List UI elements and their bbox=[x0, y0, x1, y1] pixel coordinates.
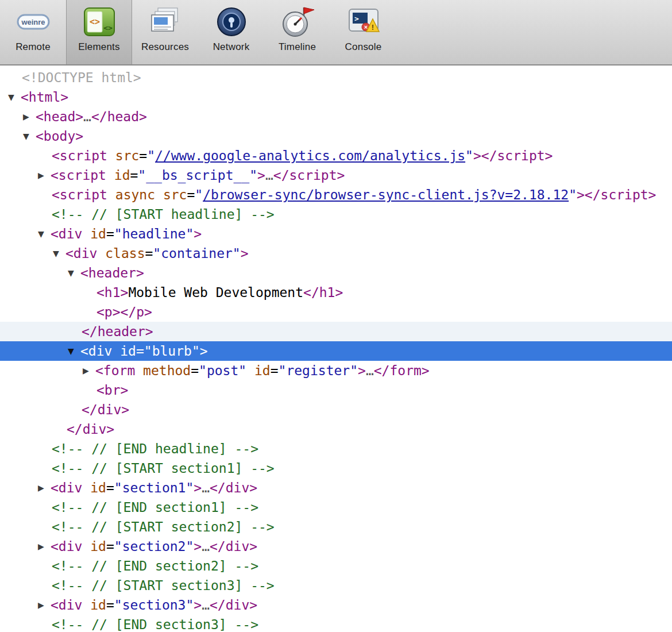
tree-row[interactable]: <script async src="/browser-sync/browser… bbox=[0, 185, 672, 205]
expand-triangle-icon[interactable]: ▶ bbox=[23, 107, 36, 126]
syntax-tag: <div bbox=[51, 598, 90, 612]
syntax-val: "__bs_script__" bbox=[138, 168, 257, 183]
tree-row[interactable]: </div> bbox=[0, 400, 672, 419]
syntax-text: = bbox=[271, 363, 279, 378]
syntax-text: = bbox=[106, 539, 114, 554]
collapse-triangle-icon[interactable]: ▼ bbox=[68, 341, 80, 361]
syntax-tag: </div> bbox=[210, 539, 257, 554]
syntax-val: "blurb" bbox=[144, 344, 200, 359]
tree-row[interactable]: ▶<div id="section1">…</div> bbox=[0, 478, 672, 498]
syntax-tag: <script bbox=[51, 168, 114, 183]
syntax-dim: … bbox=[202, 539, 210, 554]
tree-row[interactable]: <!-- // [END section1] --> bbox=[0, 498, 672, 517]
toolbar-item-resources[interactable]: Resources bbox=[132, 0, 198, 64]
syntax-tag: </form> bbox=[374, 363, 430, 378]
syntax-tag: > bbox=[358, 363, 366, 378]
syntax-val: " bbox=[465, 148, 473, 163]
resource-link[interactable]: /browser-sync/browser-sync-client.js?v=2… bbox=[203, 187, 569, 202]
syntax-val: " bbox=[569, 187, 577, 202]
tree-row[interactable]: <p></p> bbox=[0, 302, 672, 322]
collapse-triangle-icon[interactable]: ▼ bbox=[23, 126, 36, 146]
tree-row[interactable]: <script src="//www.google-analytics.com/… bbox=[0, 146, 672, 165]
syntax-attr: method bbox=[143, 363, 191, 378]
console-panel-icon: >×! bbox=[347, 3, 380, 40]
tree-row[interactable]: <br> bbox=[0, 380, 672, 400]
collapse-triangle-icon[interactable]: ▼ bbox=[8, 87, 21, 107]
toolbar-item-label: Remote bbox=[16, 41, 51, 53]
tree-row[interactable]: <!-- // [START section3] --> bbox=[0, 576, 672, 595]
toolbar-item-console[interactable]: >×!Console bbox=[330, 0, 396, 64]
syntax-tag: </script> bbox=[273, 168, 345, 183]
syntax-tag: </div> bbox=[210, 480, 257, 495]
syntax-attr: id bbox=[114, 168, 130, 183]
syntax-tag: </header> bbox=[82, 324, 153, 339]
syntax-tag: ></script> bbox=[577, 187, 656, 202]
weinre-inspector-window: weinreRemote<><>ElementsResourcesNetwork… bbox=[0, 0, 672, 632]
syntax-tag: <div bbox=[80, 344, 120, 359]
tree-row[interactable]: <!-- // [END section2] --> bbox=[0, 556, 672, 576]
tree-row[interactable]: ▶<form method="post" id="register">…</fo… bbox=[0, 361, 672, 380]
tree-row[interactable]: ▶<script id="__bs_script__">…</script> bbox=[0, 165, 672, 185]
syntax-tag: <body> bbox=[36, 129, 83, 144]
tree-row[interactable]: <!-- // [START section1] --> bbox=[0, 458, 672, 478]
syntax-tag: <div bbox=[51, 480, 90, 495]
syntax-tag: > bbox=[194, 226, 202, 241]
expand-triangle-icon[interactable]: ▶ bbox=[38, 478, 51, 498]
tree-row[interactable]: ▶<div id="section2">…</div> bbox=[0, 537, 672, 556]
timeline-panel-icon bbox=[280, 3, 315, 40]
toolbar-item-timeline[interactable]: Timeline bbox=[264, 0, 330, 64]
syntax-tag: <h1> bbox=[96, 285, 128, 300]
expand-triangle-icon[interactable]: ▶ bbox=[38, 165, 51, 185]
syntax-tag: <br> bbox=[96, 383, 128, 398]
syntax-tag: <div bbox=[51, 226, 90, 241]
tree-row[interactable]: </div> bbox=[0, 419, 672, 439]
syntax-comment: <!-- // [END section2] --> bbox=[52, 558, 258, 573]
syntax-attr: id bbox=[120, 344, 136, 359]
tree-row[interactable]: <h1>Mobile Web Development</h1> bbox=[0, 283, 672, 302]
tree-row[interactable]: <!DOCTYPE html> bbox=[0, 68, 672, 87]
syntax-tag: <script bbox=[52, 187, 115, 202]
tree-row[interactable]: <!-- // [END headline] --> bbox=[0, 439, 672, 458]
tree-row[interactable]: ▼<div id="headline"> bbox=[0, 224, 672, 244]
tree-row[interactable]: ▶<div id="section3">…</div> bbox=[0, 595, 672, 615]
syntax-text: = bbox=[106, 598, 114, 612]
tree-row[interactable]: <!-- // [END section3] --> bbox=[0, 615, 672, 632]
tree-row[interactable]: ▼<body> bbox=[0, 126, 672, 146]
collapse-triangle-icon[interactable]: ▼ bbox=[53, 244, 65, 263]
syntax-tag: > bbox=[194, 598, 202, 612]
expand-triangle-icon[interactable]: ▶ bbox=[83, 361, 95, 380]
syntax-val: "register" bbox=[279, 363, 358, 378]
toolbar-item-label: Network bbox=[213, 41, 250, 53]
syntax-tag: </div> bbox=[82, 402, 129, 417]
syntax-tag: ></script> bbox=[473, 148, 553, 163]
syntax-text: = bbox=[191, 363, 199, 378]
tree-row[interactable]: ▼<html> bbox=[0, 87, 672, 107]
syntax-comment: <!-- // [END section3] --> bbox=[52, 617, 258, 632]
syntax-text: = bbox=[145, 246, 153, 261]
expand-triangle-icon[interactable]: ▶ bbox=[38, 537, 51, 556]
syntax-tag: <script bbox=[52, 148, 115, 163]
tree-row[interactable]: ▼<header> bbox=[0, 263, 672, 283]
syntax-dim: … bbox=[265, 168, 273, 183]
resource-link[interactable]: //www.google-analytics.com/analytics.js bbox=[155, 148, 465, 163]
syntax-text: = bbox=[136, 344, 144, 359]
toolbar-item-elements[interactable]: <><>Elements bbox=[66, 0, 132, 64]
tree-row[interactable]: </header> bbox=[0, 322, 672, 341]
toolbar-item-network[interactable]: Network bbox=[198, 0, 264, 64]
tree-row[interactable]: <!-- // [START section2] --> bbox=[0, 517, 672, 537]
svg-text:!: ! bbox=[371, 23, 373, 32]
elements-dom-tree: <!DOCTYPE html>▼<html>▶<head>…</head>▼<b… bbox=[0, 65, 672, 632]
syntax-tag: > bbox=[257, 168, 265, 183]
collapse-triangle-icon[interactable]: ▼ bbox=[68, 263, 80, 283]
inspector-toolbar: weinreRemote<><>ElementsResourcesNetwork… bbox=[0, 0, 672, 65]
toolbar-item-remote[interactable]: weinreRemote bbox=[0, 0, 66, 64]
collapse-triangle-icon[interactable]: ▼ bbox=[38, 224, 51, 244]
syntax-comment: <!-- // [START section3] --> bbox=[52, 578, 275, 593]
tree-row[interactable]: ▼<div id="blurb"> bbox=[0, 341, 672, 361]
syntax-text: Mobile Web Development bbox=[128, 285, 303, 300]
tree-row[interactable]: ▶<head>…</head> bbox=[0, 107, 672, 126]
tree-row[interactable]: ▼<div class="container"> bbox=[0, 244, 672, 263]
syntax-tag: </div> bbox=[67, 422, 114, 437]
expand-triangle-icon[interactable]: ▶ bbox=[38, 595, 51, 615]
tree-row[interactable]: <!-- // [START headline] --> bbox=[0, 205, 672, 224]
